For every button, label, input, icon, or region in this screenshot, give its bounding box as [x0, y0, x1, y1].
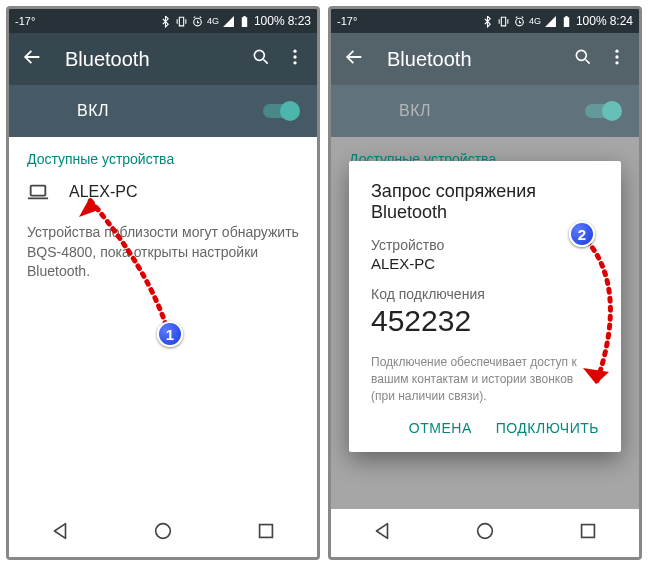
device-value: ALEX-PC — [371, 255, 599, 272]
alarm-icon — [191, 15, 204, 28]
signal-icon — [544, 15, 557, 28]
dialog-note: Подключение обеспечивает доступ к вашим … — [371, 354, 599, 404]
nav-back[interactable] — [49, 520, 71, 546]
toggle-label: ВКЛ — [399, 102, 585, 120]
bluetooth-icon — [481, 15, 494, 28]
svg-point-12 — [615, 61, 618, 64]
search-button[interactable] — [573, 47, 593, 71]
bluetooth-switch[interactable] — [263, 104, 297, 118]
more-button[interactable] — [607, 47, 627, 71]
code-label: Код подключения — [371, 286, 599, 302]
clock: 8:23 — [288, 14, 311, 28]
dialog-title: Запрос сопряжения Bluetooth — [371, 181, 599, 223]
nav-back[interactable] — [371, 520, 393, 546]
battery-icon — [238, 15, 251, 28]
signal-icon — [222, 15, 235, 28]
battery-percent: 100% — [576, 14, 607, 28]
phone-screenshot-left: -17° 4G 100% 8:23 Bluetooth ВКЛ — [6, 6, 320, 560]
nav-home[interactable] — [474, 520, 496, 546]
battery-percent: 100% — [254, 14, 285, 28]
svg-point-9 — [576, 50, 586, 60]
svg-point-10 — [615, 50, 618, 53]
annotation-badge-2: 2 — [569, 221, 595, 247]
pairing-code: 452232 — [371, 304, 599, 338]
svg-point-3 — [293, 55, 296, 58]
nav-recent[interactable] — [577, 520, 599, 546]
status-icons: 4G 100% 8:23 — [159, 14, 311, 28]
app-bar: Bluetooth — [331, 33, 639, 85]
vibrate-icon — [175, 15, 188, 28]
cancel-button[interactable]: ОТМЕНА — [409, 420, 472, 436]
discovery-note: Устройства поблизости могут обнаружить B… — [27, 223, 299, 282]
toggle-bar: ВКЛ — [331, 85, 639, 137]
svg-point-2 — [293, 50, 296, 53]
clock: 8:24 — [610, 14, 633, 28]
annotation-badge-1: 1 — [157, 321, 183, 347]
nav-bar — [9, 509, 317, 557]
svg-point-6 — [156, 524, 171, 539]
svg-point-11 — [615, 55, 618, 58]
status-icons: 4G 100% 8:24 — [481, 14, 633, 28]
svg-point-1 — [254, 50, 264, 60]
nav-recent[interactable] — [255, 520, 277, 546]
svg-point-13 — [478, 524, 493, 539]
battery-icon — [560, 15, 573, 28]
phone-screenshot-right: -17° 4G 100% 8:24 Bluetooth ВКЛ — [328, 6, 642, 560]
bluetooth-icon — [159, 15, 172, 28]
device-name: ALEX-PC — [69, 183, 137, 201]
vibrate-icon — [497, 15, 510, 28]
status-bar: -17° 4G 100% 8:23 — [9, 9, 317, 33]
svg-rect-5 — [31, 186, 46, 196]
alarm-icon — [513, 15, 526, 28]
page-title: Bluetooth — [387, 48, 559, 71]
back-button[interactable] — [343, 46, 365, 72]
svg-rect-7 — [259, 525, 272, 538]
app-bar: Bluetooth — [9, 33, 317, 85]
pairing-dialog: Запрос сопряжения Bluetooth Устройство A… — [349, 161, 621, 452]
device-label: Устройство — [371, 237, 599, 253]
network-type: 4G — [529, 16, 541, 26]
network-type: 4G — [207, 16, 219, 26]
laptop-icon — [27, 183, 49, 201]
confirm-button[interactable]: ПОДКЛЮЧИТЬ — [496, 420, 599, 436]
back-button[interactable] — [21, 46, 43, 72]
section-header: Доступные устройства — [27, 151, 299, 167]
nav-home[interactable] — [152, 520, 174, 546]
bluetooth-switch[interactable] — [585, 104, 619, 118]
svg-point-4 — [293, 61, 296, 64]
toggle-label: ВКЛ — [77, 102, 263, 120]
status-bar: -17° 4G 100% 8:24 — [331, 9, 639, 33]
toggle-bar: ВКЛ — [9, 85, 317, 137]
search-button[interactable] — [251, 47, 271, 71]
device-item[interactable]: ALEX-PC — [27, 183, 299, 201]
nav-bar — [331, 509, 639, 557]
temperature: -17° — [15, 15, 35, 27]
dialog-actions: ОТМЕНА ПОДКЛЮЧИТЬ — [371, 420, 599, 442]
page-title: Bluetooth — [65, 48, 237, 71]
svg-rect-14 — [581, 525, 594, 538]
temperature: -17° — [337, 15, 357, 27]
more-button[interactable] — [285, 47, 305, 71]
